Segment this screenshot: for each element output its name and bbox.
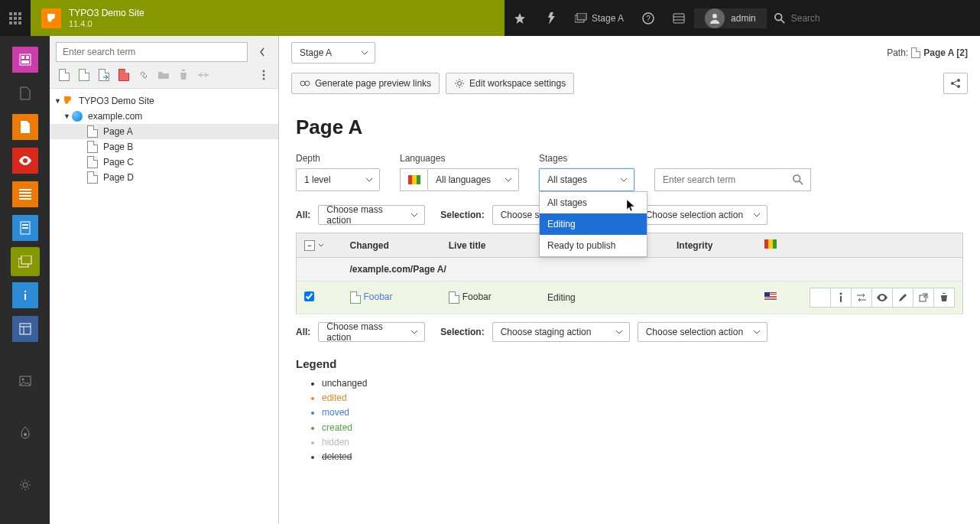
stages-value: All stages: [547, 174, 587, 185]
module-list[interactable]: [12, 114, 38, 140]
row-preview-button[interactable]: [871, 288, 893, 308]
share-button[interactable]: [943, 73, 968, 94]
tree-page-d[interactable]: Page D: [50, 170, 278, 185]
module-filelist[interactable]: [12, 80, 38, 106]
group-path: /example.com/Page A/: [342, 258, 963, 282]
module-page[interactable]: [12, 47, 38, 73]
brand-area: TYPO3 Demo Site 11.4.0: [31, 0, 505, 36]
svg-point-17: [775, 13, 782, 20]
stages-option-editing[interactable]: Editing: [540, 213, 647, 235]
legend-edited: edited: [322, 391, 963, 405]
row-edit-button[interactable]: [892, 288, 913, 308]
table-group-row[interactable]: /example.com/Page A/: [297, 258, 963, 282]
row-info-button[interactable]: [830, 288, 852, 308]
staging-action-select-bottom[interactable]: Choose staging action: [492, 322, 630, 342]
tree-root[interactable]: ▼TYPO3 Demo Site: [50, 93, 278, 109]
global-search[interactable]: [767, 13, 952, 24]
workspace-settings-button[interactable]: Edit workspace settings: [446, 73, 574, 94]
language-col-icon: [764, 239, 777, 249]
module-listalt[interactable]: [12, 181, 38, 207]
svg-rect-21: [26, 56, 29, 59]
row-swap-button[interactable]: [851, 288, 872, 308]
tree-site[interactable]: ▼example.com: [50, 109, 278, 124]
expand-all-toggle[interactable]: −: [304, 240, 335, 251]
cache-flush-button[interactable]: [535, 0, 566, 36]
new-page-icon[interactable]: [57, 68, 71, 82]
notifications-button[interactable]: [664, 0, 694, 36]
stages-label: Stages: [539, 153, 634, 164]
new-link-icon[interactable]: [137, 68, 151, 82]
row-open-button[interactable]: [913, 288, 934, 308]
help-button[interactable]: ?: [633, 0, 664, 36]
svg-rect-33: [24, 294, 26, 300]
mass-action-select-top[interactable]: Choose mass action: [318, 205, 425, 225]
module-template[interactable]: [12, 316, 38, 342]
generate-preview-label: Generate page preview links: [315, 78, 431, 89]
bookmark-button[interactable]: [505, 0, 535, 36]
module-info[interactable]: [12, 282, 38, 308]
tree-page-a[interactable]: Page A: [50, 124, 278, 139]
collapse-tree-button[interactable]: [252, 42, 272, 62]
svg-rect-34: [20, 324, 31, 334]
new-shortcut-icon[interactable]: [97, 68, 111, 82]
tree-more-icon[interactable]: [257, 68, 271, 82]
module-workspaces[interactable]: [12, 249, 38, 275]
site-title: TYPO3 Demo Site: [69, 8, 144, 18]
all-label: All:: [296, 327, 310, 337]
module-upgrade[interactable]: [12, 420, 38, 446]
svg-rect-6: [9, 21, 12, 24]
page-tree: ▼TYPO3 Demo Site ▼example.com Page A Pag…: [50, 88, 278, 524]
new-page-hide-icon[interactable]: [77, 68, 91, 82]
user-menu[interactable]: admin: [694, 8, 767, 28]
col-changed: Changed: [342, 233, 441, 258]
selection-action-select-bottom[interactable]: Choose selection action: [638, 322, 767, 342]
legend-created: created: [322, 421, 963, 435]
stages-option-all[interactable]: All stages: [540, 192, 647, 213]
module-forms[interactable]: [12, 215, 38, 241]
tree-page-c[interactable]: Page C: [50, 155, 278, 170]
svg-rect-23: [19, 189, 31, 190]
svg-point-53: [793, 175, 800, 182]
workspace-indicator[interactable]: Stage A: [566, 13, 633, 24]
generate-preview-button[interactable]: Generate page preview links: [291, 73, 440, 94]
module-media[interactable]: [12, 368, 38, 394]
svg-rect-10: [577, 13, 586, 20]
search-icon: [774, 13, 785, 24]
module-settings[interactable]: [12, 472, 38, 498]
svg-rect-32: [24, 291, 26, 292]
live-title: Foobar: [462, 291, 492, 302]
delete-icon[interactable]: [177, 68, 190, 82]
module-view[interactable]: [12, 148, 38, 174]
workspace-title-link[interactable]: Foobar: [364, 291, 393, 302]
all-label: All:: [296, 210, 310, 220]
tree-search-input[interactable]: [56, 42, 248, 62]
filter-search-input[interactable]: [655, 169, 785, 190]
global-search-input[interactable]: [791, 13, 944, 24]
selection-action-select-top[interactable]: Choose selection action: [638, 205, 767, 225]
mass-action-select-bottom[interactable]: Choose mass action: [318, 322, 425, 342]
row-checkbox[interactable]: [304, 291, 314, 301]
stages-select[interactable]: All stages: [539, 168, 634, 191]
page-title: Page A: [296, 116, 963, 139]
row-delete-button[interactable]: [933, 288, 955, 308]
tree-page-label: Page D: [103, 172, 134, 183]
stages-option-ready[interactable]: Ready to publish: [540, 235, 647, 256]
tree-page-b[interactable]: Page B: [50, 139, 278, 155]
svg-line-51: [954, 81, 958, 83]
svg-point-46: [305, 81, 310, 86]
svg-point-43: [263, 74, 265, 76]
svg-point-38: [21, 379, 24, 381]
languages-value: All languages: [436, 174, 491, 185]
page-tree-panel: ▼TYPO3 Demo Site ▼example.com Page A Pag…: [50, 36, 279, 524]
new-mount-icon[interactable]: [117, 68, 131, 82]
divider-icon[interactable]: [196, 68, 210, 82]
depth-select[interactable]: 1 level: [296, 168, 380, 191]
languages-select[interactable]: All languages: [427, 168, 519, 191]
svg-rect-25: [19, 195, 31, 197]
filter-search-button[interactable]: [785, 168, 811, 191]
new-folder-icon[interactable]: [157, 68, 170, 82]
row-expand-button[interactable]: [810, 288, 831, 308]
workspace-select[interactable]: Stage A: [291, 42, 375, 63]
svg-rect-5: [18, 17, 21, 20]
app-switcher-button[interactable]: [0, 0, 31, 36]
